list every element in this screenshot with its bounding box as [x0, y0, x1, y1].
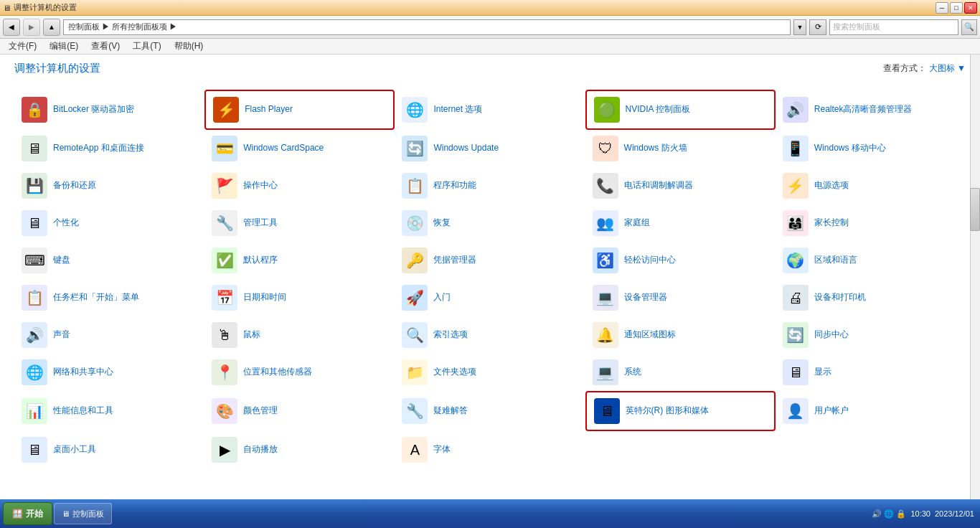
grid-item-15[interactable]: 🖥个性化: [14, 204, 204, 242]
grid-item-4[interactable]: 🔊Realtek高清晰音频管理器: [776, 90, 966, 130]
grid-item-39[interactable]: 🖥显示: [776, 354, 966, 391]
item-label-46: 自动播放: [243, 444, 278, 456]
menu-view[interactable]: 查看(V): [85, 39, 126, 54]
title-bar: 🖥 调整计算机的设置 ─ □ ✕: [0, 0, 980, 16]
grid-item-30[interactable]: 🔊声音: [14, 316, 204, 354]
menu-help[interactable]: 帮助(H): [169, 39, 209, 54]
taskbar-control-panel[interactable]: 🖥 控制面板: [54, 503, 112, 524]
start-button[interactable]: 🪟 开始: [3, 502, 52, 525]
grid-item-23[interactable]: ♿轻松访问中心: [585, 242, 776, 279]
refresh-button[interactable]: ⟳: [809, 19, 826, 35]
item-label-34: 同步中心: [814, 329, 849, 341]
grid-item-14[interactable]: ⚡电源选项: [776, 167, 966, 204]
grid-item-5[interactable]: 🖥RemoteApp 和桌面连接: [14, 130, 204, 167]
item-icon-2: 🌐: [402, 97, 428, 123]
back-button[interactable]: ◀: [3, 19, 20, 36]
grid-item-42[interactable]: 🔧疑难解答: [395, 391, 585, 431]
item-icon-29: 🖨: [783, 285, 809, 311]
grid-item-12[interactable]: 📋程序和功能: [395, 167, 585, 204]
grid-item-17[interactable]: 💿恢复: [395, 204, 585, 242]
grid-item-11[interactable]: 🚩操作中心: [204, 167, 395, 204]
grid-item-31[interactable]: 🖱鼠标: [204, 316, 395, 354]
search-button[interactable]: 🔍: [961, 19, 977, 35]
grid-item-43[interactable]: 🖥英特尔(R) 图形和媒体: [585, 391, 776, 431]
grid-item-47[interactable]: A字体: [395, 431, 585, 468]
item-label-20: 键盘: [53, 255, 70, 266]
scroll-thumb[interactable]: [970, 188, 980, 231]
item-label-15: 个性化: [53, 217, 79, 229]
grid-item-19[interactable]: 👨‍👩‍👧家长控制: [776, 204, 966, 242]
item-icon-20: ⌨: [22, 248, 47, 273]
menu-tools[interactable]: 工具(T): [127, 39, 166, 54]
item-label-21: 默认程序: [243, 255, 278, 266]
grid-item-16[interactable]: 🔧管理工具: [204, 204, 395, 242]
grid-item-44[interactable]: 👤用户帐户: [776, 391, 966, 431]
grid-item-27[interactable]: 🚀入门: [395, 279, 585, 316]
maximize-button[interactable]: □: [950, 2, 963, 14]
search-box[interactable]: 搜索控制面板: [829, 19, 958, 35]
menu-edit[interactable]: 编辑(E): [44, 39, 84, 54]
grid-item-6[interactable]: 💳Windows CardSpace: [204, 130, 395, 167]
item-icon-44: 👤: [783, 398, 809, 424]
item-label-11: 操作中心: [243, 180, 278, 192]
item-label-7: Windows Update: [433, 143, 499, 154]
item-icon-11: 🚩: [212, 173, 237, 199]
grid-item-3[interactable]: 🟢NVIDIA 控制面板: [585, 90, 776, 130]
grid-item-22[interactable]: 🔑凭据管理器: [395, 242, 585, 279]
grid-item-26[interactable]: 📅日期和时间: [204, 279, 395, 316]
up-button[interactable]: ▲: [43, 19, 60, 36]
grid-item-13[interactable]: 📞电话和调制解调器: [585, 167, 776, 204]
item-icon-35: 🌐: [22, 359, 47, 385]
grid-item-20[interactable]: ⌨键盘: [14, 242, 204, 279]
grid-item-36[interactable]: 📍位置和其他传感器: [204, 354, 395, 391]
item-label-47: 字体: [433, 444, 451, 456]
grid-item-37[interactable]: 📁文件夹选项: [395, 354, 585, 391]
minimize-button[interactable]: ─: [936, 2, 948, 14]
grid-item-32[interactable]: 🔍索引选项: [395, 316, 585, 354]
item-icon-47: A: [402, 437, 428, 463]
grid-item-33[interactable]: 🔔通知区域图标: [585, 316, 776, 354]
item-label-31: 鼠标: [243, 329, 260, 341]
item-label-25: 任务栏和「开始」菜单: [53, 292, 139, 303]
grid-item-18[interactable]: 👥家庭组: [585, 204, 776, 242]
grid-item-46[interactable]: ▶自动播放: [204, 431, 395, 468]
close-button[interactable]: ✕: [964, 2, 977, 14]
grid-item-21[interactable]: ✅默认程序: [204, 242, 395, 279]
address-dropdown-button[interactable]: ▼: [793, 19, 806, 35]
grid-item-35[interactable]: 🌐网络和共享中心: [14, 354, 204, 391]
grid-item-41[interactable]: 🎨颜色管理: [204, 391, 395, 431]
window-title: 调整计算机的设置: [14, 2, 77, 13]
item-icon-7: 🔄: [402, 136, 428, 161]
item-icon-21: ✅: [212, 248, 237, 273]
grid-item-40[interactable]: 📊性能信息和工具: [14, 391, 204, 431]
grid-item-34[interactable]: 🔄同步中心: [776, 316, 966, 354]
item-label-3: NVIDIA 控制面板: [626, 104, 691, 116]
grid-item-10[interactable]: 💾备份和还原: [14, 167, 204, 204]
grid-item-0[interactable]: 🔒BitLocker 驱动器加密: [14, 90, 204, 130]
grid-item-25[interactable]: 📋任务栏和「开始」菜单: [14, 279, 204, 316]
item-icon-13: 📞: [593, 173, 618, 199]
title-bar-left: 🖥 调整计算机的设置: [3, 2, 77, 13]
grid-item-9[interactable]: 📱Windows 移动中心: [776, 130, 966, 167]
grid-item-7[interactable]: 🔄Windows Update: [395, 130, 585, 167]
grid-item-1[interactable]: ⚡Flash Player: [204, 90, 395, 130]
grid-item-24[interactable]: 🌍区域和语言: [776, 242, 966, 279]
grid-item-2[interactable]: 🌐Internet 选项: [395, 90, 585, 130]
item-icon-12: 📋: [402, 173, 428, 199]
grid-item-38[interactable]: 💻系统: [585, 354, 776, 391]
item-icon-31: 🖱: [212, 322, 237, 348]
view-mode-button[interactable]: 大图标 ▼: [929, 62, 966, 75]
grid-item-8[interactable]: 🛡Windows 防火墙: [585, 130, 776, 167]
item-icon-28: 💻: [593, 285, 618, 311]
view-options: 查看方式： 大图标 ▼: [883, 62, 966, 75]
address-field[interactable]: 控制面板 ▶ 所有控制面板项 ▶: [63, 19, 791, 35]
forward-button[interactable]: ▶: [23, 19, 40, 36]
item-icon-37: 📁: [402, 359, 428, 385]
menu-file[interactable]: 文件(F): [3, 39, 42, 54]
grid-item-45[interactable]: 🖥桌面小工具: [14, 431, 204, 468]
grid-item-29[interactable]: 🖨设备和打印机: [776, 279, 966, 316]
taskbar-right: 🔊 🌐 🔒 10:30 2023/12/01: [872, 509, 977, 519]
grid-item-28[interactable]: 💻设备管理器: [585, 279, 776, 316]
item-icon-27: 🚀: [402, 285, 428, 311]
scroll-track[interactable]: [970, 55, 980, 499]
